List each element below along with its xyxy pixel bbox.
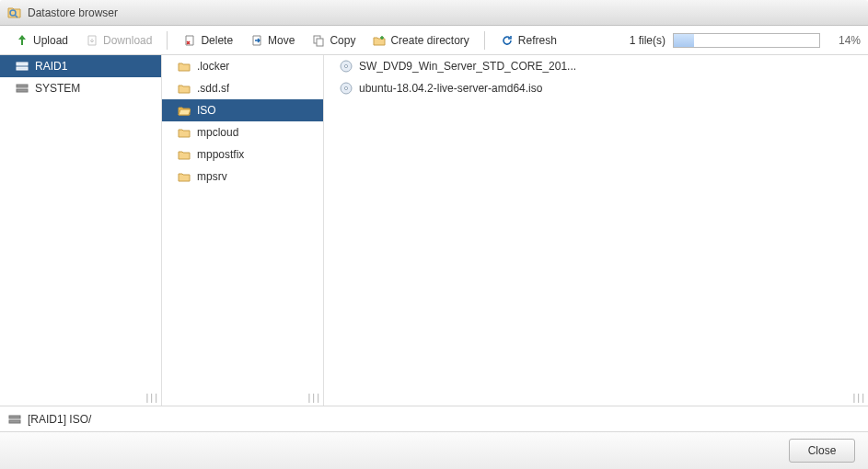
folder-item[interactable]: mpcloud (162, 121, 323, 143)
delete-label: Delete (201, 34, 233, 47)
file-item[interactable]: ubuntu-18.04.2-live-server-amd64.iso (324, 77, 868, 99)
progress-file-count: 1 file(s) (630, 34, 665, 47)
copy-icon (311, 33, 326, 48)
folder-label: .locker (197, 60, 229, 73)
window-title: Datastore browser (28, 6, 118, 19)
progress-bar (673, 33, 820, 48)
refresh-icon (500, 33, 515, 48)
move-button[interactable]: Move (242, 29, 302, 51)
column-resize-handle[interactable]: ||| (307, 392, 321, 403)
folder-item[interactable]: mpsrv (162, 166, 323, 188)
titlebar: Datastore browser (0, 0, 868, 26)
upload-button[interactable]: Upload (7, 29, 75, 51)
file-list: SW_DVD9_Win_Server_STD_CORE_201... ubunt… (324, 55, 868, 406)
upload-label: Upload (33, 34, 68, 47)
create-directory-button[interactable]: Create directory (365, 29, 476, 51)
svg-rect-13 (9, 420, 20, 423)
column-resize-handle[interactable]: ||| (852, 392, 866, 403)
refresh-button[interactable]: Refresh (492, 29, 564, 51)
datastore-icon (15, 59, 29, 74)
datastore-item-raid1[interactable]: RAID1 (0, 55, 161, 77)
delete-icon (182, 33, 197, 48)
move-icon (249, 33, 264, 48)
disc-icon (339, 81, 353, 96)
folder-open-icon (177, 103, 191, 118)
move-label: Move (268, 34, 295, 47)
folder-label: mpsrv (197, 170, 227, 183)
folder-icon (177, 59, 191, 74)
datastore-icon (7, 412, 22, 427)
close-label: Close (808, 444, 837, 457)
refresh-label: Refresh (518, 34, 557, 47)
create-directory-icon (372, 33, 387, 48)
column-resize-handle[interactable]: ||| (145, 392, 159, 403)
path-text: [RAID1] ISO/ (28, 413, 91, 426)
datastore-list: RAID1 SYSTEM ||| (0, 55, 162, 406)
copy-button[interactable]: Copy (304, 29, 363, 51)
delete-button[interactable]: Delete (175, 29, 240, 51)
svg-point-9 (344, 64, 347, 67)
folder-item-iso[interactable]: ISO (162, 99, 323, 121)
path-bar: [RAID1] ISO/ (0, 406, 868, 432)
datastore-item-system[interactable]: SYSTEM (0, 77, 161, 99)
disc-icon (339, 59, 353, 74)
close-button[interactable]: Close (789, 439, 855, 463)
folder-icon (177, 169, 191, 184)
svg-rect-4 (17, 63, 28, 65)
svg-rect-6 (17, 85, 28, 87)
svg-rect-7 (17, 89, 28, 92)
folder-label: mpcloud (197, 126, 238, 139)
toolbar-separator (167, 31, 168, 50)
upload-icon (15, 33, 29, 48)
folder-item[interactable]: .locker (162, 55, 323, 77)
datastore-label: RAID1 (35, 60, 67, 73)
folder-label: mppostfix (197, 148, 244, 161)
toolbar-separator (484, 31, 485, 50)
toolbar: Upload Download Delete Move Copy (0, 26, 868, 55)
folder-icon (177, 125, 191, 140)
download-icon (85, 33, 99, 48)
folder-list: .locker .sdd.sf ISO mpcloud mppostfix mp… (162, 55, 324, 406)
download-button: Download (77, 29, 159, 51)
folder-item[interactable]: .sdd.sf (162, 77, 323, 99)
progress-percent: 14% (827, 34, 861, 47)
svg-point-11 (344, 86, 347, 89)
file-item[interactable]: SW_DVD9_Win_Server_STD_CORE_201... (324, 55, 868, 77)
browser-body: RAID1 SYSTEM ||| .locker .sdd.sf ISO (0, 55, 868, 406)
svg-rect-12 (9, 416, 20, 418)
folder-icon (177, 147, 191, 162)
progress-fill (674, 34, 694, 47)
datastore-browser-window: Datastore browser Upload Download Delete (0, 0, 868, 469)
create-directory-label: Create directory (390, 34, 469, 47)
folder-item[interactable]: mppostfix (162, 143, 323, 166)
folder-label: .sdd.sf (197, 82, 229, 95)
footer: Close (0, 432, 868, 469)
magnify-folder-icon (7, 6, 22, 20)
copy-label: Copy (330, 34, 355, 47)
file-label: ubuntu-18.04.2-live-server-amd64.iso (359, 82, 542, 95)
folder-label: ISO (197, 104, 216, 117)
svg-rect-3 (317, 39, 323, 46)
datastore-icon (15, 81, 29, 96)
file-label: SW_DVD9_Win_Server_STD_CORE_201... (359, 60, 576, 73)
upload-progress: 1 file(s) 14% (630, 33, 861, 48)
folder-icon (177, 81, 191, 96)
svg-rect-5 (17, 67, 28, 70)
download-label: Download (103, 34, 152, 47)
datastore-label: SYSTEM (35, 82, 80, 95)
